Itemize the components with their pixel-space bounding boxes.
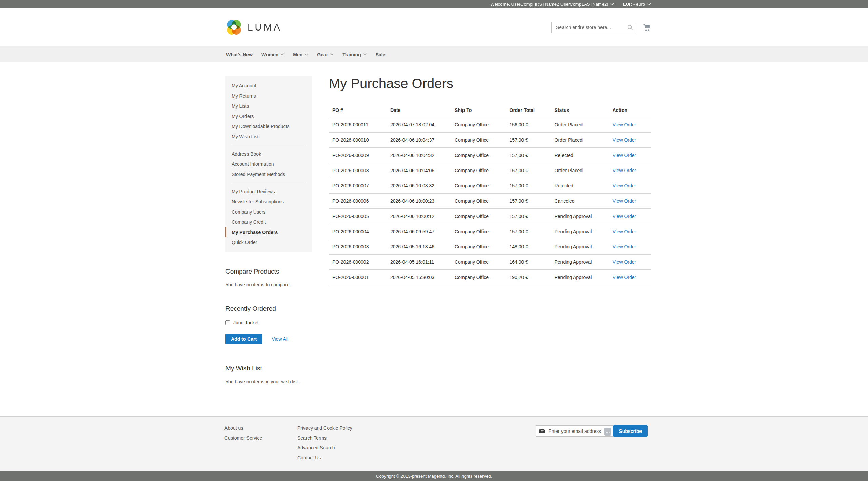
ship-to-cell: Company Office [451,239,506,255]
sidebar-item-company-users[interactable]: Company Users [225,207,312,217]
col-header-po: PO # [329,103,387,117]
date-cell: 2026-04-06 10:00:12 [387,209,451,224]
col-header-order-total: Order Total [506,103,551,117]
autofill-badge: ... [604,428,611,436]
sidebar-item-address-book[interactable]: Address Book [225,149,312,159]
footer-link-privacy-policy[interactable]: Privacy and Cookie Policy [297,425,352,431]
date-cell: 2026-04-06 10:04:37 [387,133,451,148]
sidebar-item-company-credit[interactable]: Company Credit [225,217,312,227]
po-cell: PO-2026-000003 [329,239,387,255]
recently-ordered-checkbox[interactable] [225,320,230,325]
footer-link-about-us[interactable]: About us [224,425,297,431]
ship-to-cell: Company Office [451,194,506,209]
chevron-down-icon [304,53,308,56]
view-order-link[interactable]: View Order [613,198,636,204]
order-total-cell: 157,00 € [506,148,551,163]
envelope-icon [539,429,545,433]
status-cell: Order Placed [551,117,609,133]
order-total-cell: 157,00 € [506,133,551,148]
ship-to-cell: Company Office [451,148,506,163]
sidebar-item-account-information[interactable]: Account Information [225,159,312,169]
wishlist-title: My Wish List [225,365,312,372]
nav-item-sale[interactable]: Sale [371,46,390,62]
welcome-text: Welcome, UserCompFIRSTName2 UserCompLAST… [490,2,608,7]
table-row: PO-2026-000010 2026-04-06 10:04:37 Compa… [329,133,651,148]
sidebar-divider [232,145,306,145]
ship-to-cell: Company Office [451,178,506,194]
view-order-link[interactable]: View Order [613,244,636,249]
sidebar-item-my-product-reviews[interactable]: My Product Reviews [225,186,312,197]
date-cell: 2026-04-06 09:59:47 [387,224,451,239]
sidebar-item-my-wish-list[interactable]: My Wish List [225,132,312,142]
view-order-link[interactable]: View Order [613,183,636,188]
recently-ordered-block: Recently Ordered Juno Jacket Add to Cart… [225,305,312,344]
view-order-link[interactable]: View Order [613,122,636,127]
date-cell: 2026-04-05 16:13:46 [387,239,451,255]
table-row: PO-2026-000007 2026-04-06 10:03:32 Compa… [329,178,651,194]
chevron-down-icon [363,53,367,56]
view-all-link[interactable]: View All [272,336,288,342]
order-total-cell: 190,20 € [506,270,551,285]
po-cell: PO-2026-000010 [329,133,387,148]
footer-link-customer-service[interactable]: Customer Service [224,435,297,441]
nav-item-women[interactable]: Women [257,46,289,62]
col-header-date: Date [387,103,451,117]
sidebar-item-quick-order[interactable]: Quick Order [225,237,312,247]
sidebar-item-my-lists[interactable]: My Lists [225,101,312,111]
po-cell: PO-2026-000007 [329,178,387,194]
table-row: PO-2026-000011 2026-04-07 18:02:04 Compa… [329,117,651,133]
nav-item-men[interactable]: Men [289,46,313,62]
view-order-link[interactable]: View Order [613,153,636,158]
po-cell: PO-2026-000001 [329,270,387,285]
search-input[interactable] [551,22,636,33]
view-order-link[interactable]: View Order [613,137,636,143]
view-order-link[interactable]: View Order [613,229,636,234]
date-cell: 2026-04-05 15:30:03 [387,270,451,285]
search-icon[interactable] [627,24,633,31]
status-cell: Rejected [551,178,609,194]
table-row: PO-2026-000009 2026-04-06 10:04:32 Compa… [329,148,651,163]
status-cell: Pending Approval [551,270,609,285]
copyright-bar: Copyright © 2013-present Magento, Inc. A… [0,471,868,481]
footer-link-search-terms[interactable]: Search Terms [297,435,352,441]
currency-switcher[interactable]: EUR - euro [623,2,651,7]
sidebar-item-newsletter-subscriptions[interactable]: Newsletter Subscriptions [225,197,312,207]
view-order-link[interactable]: View Order [613,275,636,280]
subscribe-button[interactable]: Subscribe [613,425,648,437]
sidebar-item-my-purchase-orders[interactable]: My Purchase Orders [225,227,312,237]
sidebar-item-my-orders[interactable]: My Orders [225,111,312,121]
cart-icon[interactable] [643,24,651,32]
main-content: My Purchase Orders PO # Date Ship To Ord… [329,76,651,384]
view-order-link[interactable]: View Order [613,214,636,219]
nav-item-gear[interactable]: Gear [313,46,338,62]
status-cell: Order Placed [551,163,609,178]
store-logo[interactable]: LUMA [225,19,282,36]
nav-item-whats-new[interactable]: What's New [222,46,257,62]
view-order-link[interactable]: View Order [613,168,636,173]
nav-item-training[interactable]: Training [338,46,371,62]
sidebar-item-my-returns[interactable]: My Returns [225,91,312,101]
status-cell: Pending Approval [551,255,609,270]
table-row: PO-2026-000001 2026-04-05 15:30:03 Compa… [329,270,651,285]
sidebar-item-my-account[interactable]: My Account [225,81,312,91]
customer-welcome-menu[interactable]: Welcome, UserCompFIRSTName2 UserCompLAST… [490,2,614,7]
sidebar-divider [232,183,306,183]
sidebar-item-my-downloadable-products[interactable]: My Downloadable Products [225,121,312,132]
order-total-cell: 157,00 € [506,178,551,194]
logo-text: LUMA [248,22,282,33]
wishlist-empty-text: You have no items in your wish list. [225,379,312,384]
po-cell: PO-2026-000004 [329,224,387,239]
po-cell: PO-2026-000002 [329,255,387,270]
footer-link-advanced-search[interactable]: Advanced Search [297,445,352,450]
footer-link-contact-us[interactable]: Contact Us [297,455,352,460]
sidebar-item-stored-payment-methods[interactable]: Stored Payment Methods [225,169,312,179]
table-header-row: PO # Date Ship To Order Total Status Act… [329,103,651,117]
wishlist-block: My Wish List You have no items in your w… [225,365,312,384]
newsletter-email-input[interactable] [548,426,613,436]
view-order-link[interactable]: View Order [613,259,636,265]
luma-logo-icon [225,19,242,36]
status-cell: Pending Approval [551,209,609,224]
add-to-cart-button[interactable]: Add to Cart [225,334,262,344]
recently-ordered-item-label[interactable]: Juno Jacket [233,320,259,325]
order-total-cell: 148,00 € [506,239,551,255]
